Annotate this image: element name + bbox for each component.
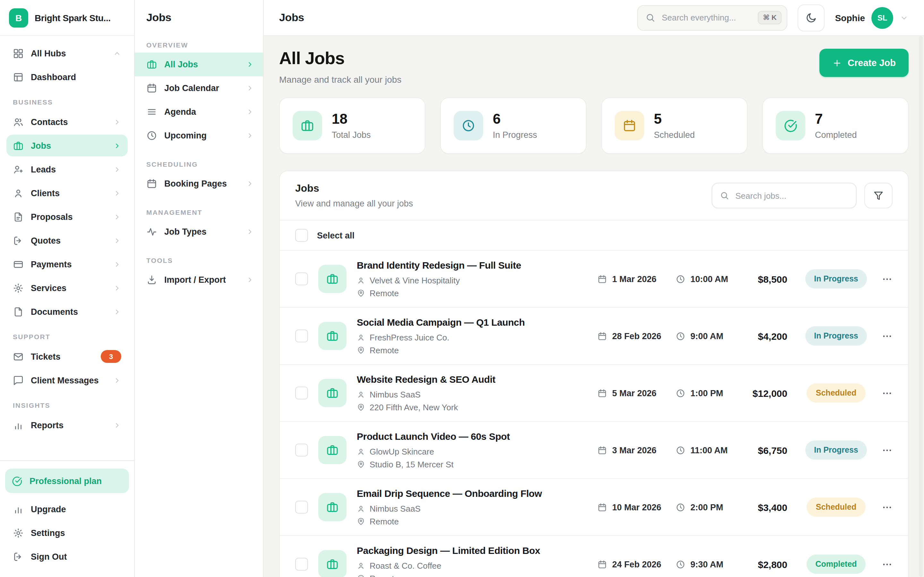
job-row-packaging-design-limited-edition-box[interactable]: Packaging Design — Limited Edition BoxRo… (280, 536, 908, 577)
plus-icon (832, 58, 842, 68)
subnav-item-upcoming[interactable]: Upcoming (135, 124, 263, 147)
job-title[interactable]: Packaging Design — Limited Edition Box (357, 545, 591, 556)
calendar-icon (598, 388, 607, 398)
chevron-right-icon (113, 189, 121, 197)
global-search-input[interactable] (661, 12, 753, 23)
sidebar-item-jobs[interactable]: Jobs (6, 135, 128, 156)
bar-chart-icon (13, 420, 24, 430)
row-actions-button[interactable] (871, 330, 893, 342)
user-name: Sophie (835, 13, 865, 23)
subnav-item-import-export[interactable]: Import / Export (135, 268, 263, 292)
sidebar-item-services[interactable]: Services (6, 277, 128, 299)
job-row-website-redesign-seo-audit[interactable]: Website Redesign & SEO AuditNimbus SaaS2… (280, 365, 908, 422)
sidebar-item-upgrade[interactable]: Upgrade (6, 498, 128, 520)
subnav-item-booking-pages[interactable]: Booking Pages (135, 172, 263, 195)
filter-button[interactable] (864, 183, 893, 208)
arrow-out-icon (13, 551, 24, 562)
row-actions-button[interactable] (871, 388, 893, 398)
sidebar-item-reports[interactable]: Reports (6, 414, 128, 436)
row-actions-button[interactable] (871, 502, 893, 513)
sidebar-item-leads[interactable]: Leads (6, 158, 128, 180)
nav-label: Proposals (31, 212, 106, 221)
select-all-checkbox[interactable] (295, 229, 308, 242)
file-icon (13, 306, 24, 317)
row-checkbox[interactable] (295, 444, 308, 456)
avatar: SL (871, 7, 893, 29)
nav-label: Contacts (31, 117, 106, 127)
workspace-switcher[interactable]: B Bright Spark Stu... (0, 0, 134, 36)
job-price: $12,000 (742, 388, 787, 398)
row-actions-button[interactable] (871, 274, 893, 284)
job-time: 1:00 PM (676, 388, 742, 398)
row-checkbox[interactable] (295, 501, 308, 514)
jobs-search-input[interactable] (734, 190, 848, 201)
clock-icon (676, 559, 685, 569)
sidebar-footer: Professional planUpgradeSettingsSign Out (0, 460, 134, 577)
create-job-button[interactable]: Create Job (819, 49, 909, 77)
map-pin-icon (357, 403, 365, 412)
row-checkbox[interactable] (295, 330, 308, 342)
nav-label: Upcoming (164, 131, 239, 140)
sidebar-item-payments[interactable]: Payments (6, 253, 128, 275)
moon-icon (806, 12, 817, 23)
chevron-right-icon (113, 376, 121, 384)
job-row-email-drip-sequence-onboarding-flow[interactable]: Email Drip Sequence — Onboarding FlowNim… (280, 479, 908, 536)
stat-card-completed: 7Completed (762, 97, 909, 154)
row-checkbox[interactable] (295, 558, 308, 571)
job-row-brand-identity-redesign-full-suite[interactable]: Brand Identity Redesign — Full SuiteVelv… (280, 251, 908, 308)
sidebar-item-proposals[interactable]: Proposals (6, 206, 128, 227)
nav-label: Sign Out (31, 552, 121, 561)
sidebar-item-sign-out[interactable]: Sign Out (6, 546, 128, 567)
chevron-right-icon (113, 165, 121, 173)
sidebar-item-dashboard[interactable]: Dashboard (6, 66, 128, 88)
subnav-item-all-jobs[interactable]: All Jobs (135, 53, 263, 76)
job-title[interactable]: Product Launch Video — 60s Spot (357, 431, 591, 442)
message-icon (13, 375, 24, 386)
top-bar: Jobs ⌘ K Sophie SL (264, 0, 924, 36)
dashboard-icon (13, 71, 24, 82)
row-actions-button[interactable] (871, 445, 893, 456)
sidebar-item-settings[interactable]: Settings (6, 522, 128, 544)
job-client: FreshPress Juice Co. (357, 333, 591, 342)
dark-mode-toggle[interactable] (798, 4, 825, 31)
subnav-item-agenda[interactable]: Agenda (135, 100, 263, 124)
sidebar-item-all-hubs[interactable]: All Hubs (6, 42, 128, 64)
job-title[interactable]: Social Media Campaign — Q1 Launch (357, 317, 591, 327)
briefcase-icon (318, 265, 347, 293)
job-row-product-launch-video-60s-spot[interactable]: Product Launch Video — 60s SpotGlowUp Sk… (280, 422, 908, 479)
map-pin-icon (357, 460, 365, 469)
job-price: $8,500 (742, 274, 787, 284)
funnel-icon (873, 190, 884, 201)
job-title[interactable]: Website Redesign & SEO Audit (357, 374, 591, 385)
row-checkbox[interactable] (295, 272, 308, 285)
status-badge: In Progress (801, 269, 871, 288)
job-location: Remote (357, 288, 591, 298)
sidebar-item-clients[interactable]: Clients (6, 182, 128, 204)
job-price: $6,750 (742, 445, 787, 456)
sidebar-item-documents[interactable]: Documents (6, 301, 128, 322)
job-title[interactable]: Brand Identity Redesign — Full Suite (357, 259, 591, 271)
sidebar-item-professional-plan[interactable]: Professional plan (5, 469, 129, 493)
sidebar-item-client-messages[interactable]: Client Messages (6, 369, 128, 391)
sidebar-item-tickets[interactable]: Tickets3 (6, 346, 128, 367)
row-actions-button[interactable] (871, 559, 893, 570)
chevron-right-icon (113, 260, 121, 268)
subnav-item-job-types[interactable]: Job Types (135, 220, 263, 243)
stat-card-total-jobs: 18Total Jobs (279, 97, 425, 154)
status-badge: In Progress (801, 440, 871, 460)
row-checkbox[interactable] (295, 387, 308, 400)
job-title[interactable]: Email Drip Sequence — Onboarding Flow (357, 488, 591, 499)
page-header: All Jobs Manage and track all your jobs … (279, 49, 909, 85)
sidebar-item-contacts[interactable]: Contacts (6, 111, 128, 133)
scrollbar[interactable] (919, 36, 923, 577)
map-pin-icon (357, 346, 365, 355)
jobs-search[interactable] (712, 183, 857, 208)
chevron-up-icon (113, 49, 121, 57)
user-menu[interactable]: Sophie SL (835, 7, 909, 29)
subnav-item-job-calendar[interactable]: Job Calendar (135, 76, 263, 100)
search-icon (646, 13, 656, 23)
chevron-right-icon (246, 60, 254, 69)
global-search[interactable]: ⌘ K (638, 5, 788, 31)
job-row-social-media-campaign-q1-launch[interactable]: Social Media Campaign — Q1 LaunchFreshPr… (280, 308, 908, 365)
sidebar-item-quotes[interactable]: Quotes (6, 229, 128, 251)
